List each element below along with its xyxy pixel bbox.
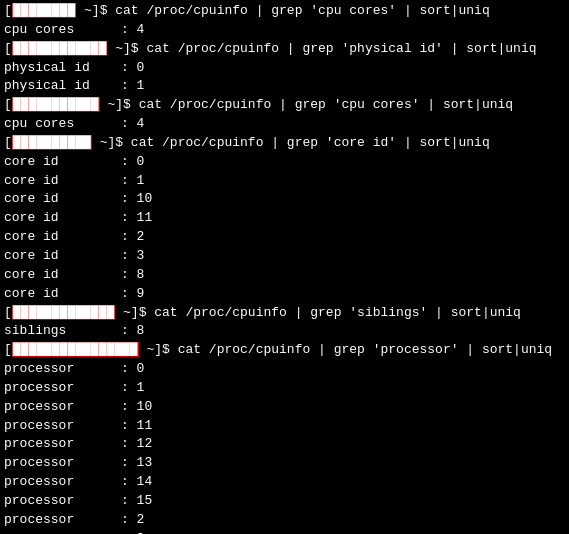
terminal-line: core id : 0 [4,153,565,172]
terminal-line: processor : 3 [4,530,565,534]
terminal-line: processor : 1 [4,379,565,398]
terminal-line: processor : 12 [4,435,565,454]
terminal-line: [█████████████ ~]$ cat /proc/cpuinfo | g… [4,304,565,323]
terminal-line: processor : 14 [4,473,565,492]
terminal-line: processor : 0 [4,360,565,379]
terminal-line: [██████████ ~]$ cat /proc/cpuinfo | grep… [4,134,565,153]
terminal-line: [████████ ~]$ cat /proc/cpuinfo | grep '… [4,2,565,21]
terminal-line: core id : 2 [4,228,565,247]
terminal-line: core id : 10 [4,190,565,209]
terminal-line: [███████████ ~]$ cat /proc/cpuinfo | gre… [4,96,565,115]
terminal-line: core id : 1 [4,172,565,191]
terminal-line: [████████████████ ~]$ cat /proc/cpuinfo … [4,341,565,360]
terminal-line: processor : 13 [4,454,565,473]
terminal-line: processor : 2 [4,511,565,530]
terminal-line: core id : 9 [4,285,565,304]
terminal[interactable]: [████████ ~]$ cat /proc/cpuinfo | grep '… [0,0,569,534]
terminal-line: [████████████ ~]$ cat /proc/cpuinfo | gr… [4,40,565,59]
terminal-line: siblings : 8 [4,322,565,341]
terminal-line: core id : 8 [4,266,565,285]
terminal-line: cpu cores : 4 [4,115,565,134]
terminal-line: processor : 10 [4,398,565,417]
terminal-line: core id : 11 [4,209,565,228]
terminal-line: core id : 3 [4,247,565,266]
terminal-line: processor : 15 [4,492,565,511]
terminal-line: processor : 11 [4,417,565,436]
terminal-line: physical id : 0 [4,59,565,78]
terminal-line: cpu cores : 4 [4,21,565,40]
terminal-line: physical id : 1 [4,77,565,96]
